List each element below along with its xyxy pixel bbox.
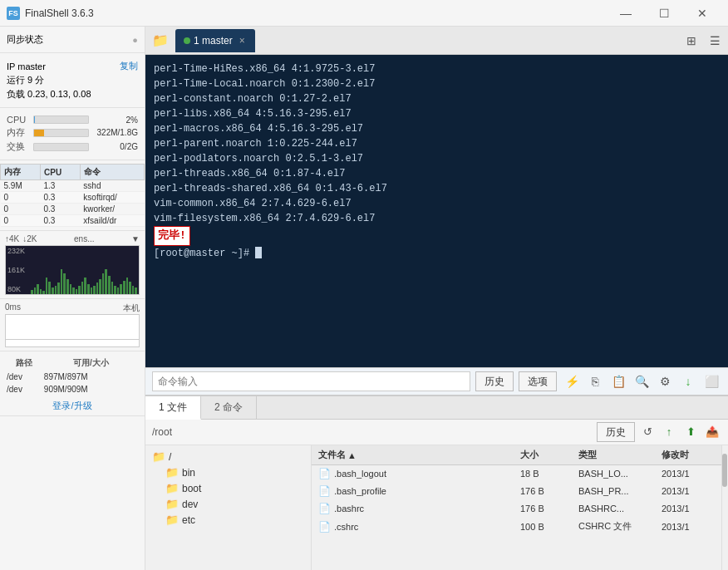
process-row[interactable]: 00.3kworker/ <box>1 204 145 215</box>
file-row[interactable]: 📄 .bashrc 176 B BASHRC... 2013/1 <box>312 500 721 518</box>
process-row[interactable]: 00.3ksoftirqd/ <box>1 192 145 204</box>
minimize-button[interactable]: — <box>607 0 645 27</box>
content-area: 📁 1 master × ⊞ ☰ perl-Time-HiRes.x86_64 … <box>145 27 728 570</box>
tab-close-button[interactable]: × <box>239 35 245 47</box>
options-button[interactable]: 选项 <box>519 371 557 391</box>
size-header[interactable]: 大小 <box>514 447 572 463</box>
tree-label: dev <box>182 499 198 510</box>
terminal[interactable]: perl-Time-HiRes.x86_64 4:1.9725-3.el7per… <box>145 55 728 367</box>
file-row[interactable]: 📄 .cshrc 100 B CSHRC 文件 2013/1 <box>312 518 721 536</box>
file-modified: 2013/1 <box>655 484 721 498</box>
graph-bar <box>123 281 125 294</box>
file-type: BASH_PR... <box>572 484 655 498</box>
resource-section: CPU 2% 内存 322M/1.8G 交换 0/2G <box>0 108 145 160</box>
upload2-icon[interactable]: ⬆ <box>681 422 700 440</box>
files-tab[interactable]: 1 文件 <box>145 396 201 420</box>
upgrade-button[interactable]: 登录/升级 <box>5 400 140 412</box>
upload-icon[interactable]: ↑ <box>660 422 678 440</box>
app-title: FinalShell 3.6.3 <box>25 7 94 19</box>
file-name: 📄 .bashrc <box>312 501 514 516</box>
history-button[interactable]: 历史 <box>475 371 514 391</box>
upload-speed: ↑4K <box>5 234 19 243</box>
file-type: CSHRC 文件 <box>572 518 655 534</box>
filename-header[interactable]: 文件名 ▲ <box>312 447 514 463</box>
file-name: 📄 .cshrc <box>312 519 514 534</box>
command-input[interactable] <box>152 371 470 391</box>
sync-dot: ● <box>132 35 138 45</box>
graph-bar <box>91 287 93 294</box>
upload3-icon[interactable]: 📤 <box>703 422 721 440</box>
process-row[interactable]: 5.9M1.3sshd <box>1 180 145 192</box>
swap-value: 0/2G <box>92 142 138 151</box>
graph-bar <box>31 290 33 294</box>
sidebar: 同步状态 ● IP master 复制 运行 9 分 负载 0.23, 0.13… <box>0 27 145 570</box>
swap-progress-bar <box>33 143 89 151</box>
tree-item[interactable]: 📁bin <box>145 464 311 480</box>
fullscreen-icon[interactable]: ⬜ <box>701 371 721 391</box>
search-icon[interactable]: 🔍 <box>632 371 652 391</box>
latency-section: 0ms 本机 <box>0 299 145 351</box>
tree-item[interactable]: 📁boot <box>145 480 311 496</box>
main-container: 同步状态 ● IP master 复制 运行 9 分 负载 0.23, 0.13… <box>0 27 728 570</box>
commands-tab[interactable]: 2 命令 <box>201 396 257 419</box>
settings-icon[interactable]: ⚙ <box>655 371 675 391</box>
graph-bar <box>52 287 54 294</box>
folder-icon[interactable]: 📁 <box>149 29 172 52</box>
graph-bar <box>76 289 78 294</box>
scrollbar[interactable] <box>721 445 728 570</box>
graph-bar <box>102 273 105 294</box>
tree-item[interactable]: 📁dev <box>145 496 311 512</box>
latency-label: 本机 <box>123 302 140 314</box>
tree-label: etc <box>182 514 195 526</box>
prompt-line: [root@master ~]# <box>154 246 720 261</box>
copy-button[interactable]: 复制 <box>120 60 138 72</box>
list-view-button[interactable]: ☰ <box>705 31 725 51</box>
process-row[interactable]: 00.3xfsaild/dr <box>1 215 145 227</box>
mem-label: 内存 <box>7 126 30 139</box>
graph-bar <box>81 282 84 294</box>
tree-label: bin <box>182 467 195 479</box>
disk-path: /dev <box>7 384 42 395</box>
scroll-thumb[interactable] <box>722 454 727 487</box>
paste-icon[interactable]: 📋 <box>608 371 628 391</box>
proc-cmd: kworker/ <box>80 204 144 215</box>
terminal-line: perl-Time-Local.noarch 0:1.2300-2.el7 <box>154 76 720 91</box>
interface-dropdown-icon[interactable]: ▼ <box>131 234 140 243</box>
file-type: BASH_LO... <box>572 467 655 480</box>
graph-bar <box>34 287 37 294</box>
graph-bar <box>111 282 114 294</box>
copy-icon[interactable]: ⎘ <box>585 371 605 391</box>
graph-bar <box>57 283 60 294</box>
proc-header-mem: 内存 <box>1 165 41 180</box>
lightning-icon[interactable]: ⚡ <box>562 371 582 391</box>
maximize-button[interactable]: ☐ <box>645 0 683 27</box>
graph-bar <box>48 282 51 294</box>
type-header[interactable]: 类型 <box>572 447 655 463</box>
bottom-panel: 1 文件 2 命令 /root 历史 ↺ ↑ ⬆ <box>145 396 728 570</box>
complete-badge: 完毕! <box>154 226 190 246</box>
graph-bar <box>42 291 45 294</box>
grid-view-button[interactable]: ⊞ <box>681 31 701 51</box>
graph-y-mid: 161K <box>7 266 25 274</box>
file-history-button[interactable]: 历史 <box>597 422 635 442</box>
refresh-icon[interactable]: ↺ <box>638 422 657 440</box>
file-row[interactable]: 📄 .bash_logout 18 B BASH_LO... 2013/1 <box>312 465 721 483</box>
file-path-bar: /root 历史 ↺ ↑ ⬆ 📤 <box>145 420 728 445</box>
tree-item[interactable]: 📁etc <box>145 512 311 528</box>
terminal-tab[interactable]: 1 master × <box>175 29 255 52</box>
file-size: 176 B <box>514 484 572 498</box>
download-icon[interactable]: ↓ <box>678 371 698 391</box>
terminal-line: perl-threads-shared.x86_64 0:1.43-6.el7 <box>154 181 720 196</box>
directory-tree: 📁/📁bin📁boot📁dev📁etc <box>145 445 312 570</box>
close-button[interactable]: ✕ <box>683 0 721 27</box>
file-list: 文件名 ▲ 大小 类型 修改时 <box>312 445 721 570</box>
graph-bar <box>40 289 42 294</box>
graph-bar <box>132 286 135 294</box>
file-modified: 2013/1 <box>655 502 721 515</box>
complete-line: 完毕! <box>154 226 720 246</box>
tree-item[interactable]: 📁/ <box>145 449 311 464</box>
modified-header[interactable]: 修改时 <box>655 447 721 463</box>
file-row[interactable]: 📄 .bash_profile 176 B BASH_PR... 2013/1 <box>312 483 721 500</box>
cpu-bar-fill <box>34 116 35 123</box>
file-modified: 2013/1 <box>655 467 721 480</box>
